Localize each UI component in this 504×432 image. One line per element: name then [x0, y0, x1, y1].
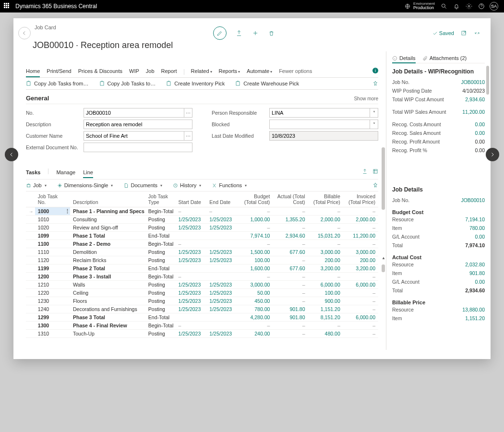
no-input[interactable]	[84, 108, 184, 118]
share-lines-icon[interactable]	[362, 168, 368, 175]
help-icon[interactable]	[475, 0, 488, 12]
kv-row[interactable]: Resource13,880.00	[392, 305, 485, 314]
line-tab[interactable]: Line	[83, 169, 93, 178]
new-icon[interactable]	[252, 29, 259, 37]
environment-badge[interactable]: EnvironmentProduction	[405, 2, 435, 11]
table-row[interactable]: 1099Phase 1 TotalEnd-Total7,974.102,934.…	[26, 232, 378, 240]
table-row[interactable]: 1010ConsultingPosting1/25/20231/25/20231…	[26, 216, 378, 224]
show-more-link[interactable]: Show more	[354, 96, 378, 101]
blocked-dropdown-button[interactable]: ˅	[370, 120, 378, 129]
table-row[interactable]: 1240Decorations and FurnishingsPosting1/…	[26, 305, 378, 313]
billable-price-title: Billable Price	[392, 300, 485, 305]
col-header[interactable]: Actual (Total Cost)	[273, 192, 308, 207]
kv-row[interactable]: Total WIP Cost Amount2,934.60	[392, 95, 485, 104]
back-button[interactable]	[18, 27, 31, 39]
delete-icon[interactable]	[268, 29, 276, 37]
no-lookup-button[interactable]: ⋯	[184, 108, 192, 118]
details-tab[interactable]: Details	[392, 55, 416, 63]
manage-tab[interactable]: Manage	[56, 169, 75, 177]
next-record-button[interactable]	[486, 148, 499, 161]
grid-scrollbar[interactable]: ▲▼	[382, 261, 385, 350]
kv-row[interactable]: Recog. Sales Amount0.00	[392, 129, 485, 137]
col-header[interactable]: Billable (Total Price)	[308, 192, 343, 207]
tool-functions[interactable]: Functions▾	[212, 182, 247, 188]
app-launcher-icon[interactable]	[4, 3, 11, 10]
tab-automate[interactable]: Automate▾	[247, 67, 272, 76]
edit-button[interactable]	[213, 26, 227, 40]
lines-pin-icon[interactable]	[372, 182, 378, 189]
settings-icon[interactable]	[463, 0, 475, 12]
info-badge[interactable]: i	[372, 68, 378, 73]
tab-reports[interactable]: Reports▾	[219, 67, 240, 76]
col-header[interactable]: Job Task Type	[145, 192, 176, 207]
table-row[interactable]: 1100Phase 2 - DemoBegin-Total–––––	[26, 240, 378, 248]
kv-row[interactable]: Item901.80	[392, 269, 485, 277]
factbox-scrollbar[interactable]	[486, 66, 489, 95]
kv-row[interactable]: Item1,151.20	[392, 314, 485, 323]
tab-report[interactable]: Report	[161, 67, 177, 76]
kv-row[interactable]: Total WIP Sales Amount11,200.00	[392, 108, 485, 116]
col-header[interactable]: Job Task No.	[35, 192, 62, 207]
collapse-icon[interactable]	[473, 29, 481, 37]
table-row[interactable]: 1300Phase 4 - Final ReviewBegin-Total–––…	[26, 322, 378, 330]
tab-job[interactable]: Job	[146, 67, 155, 76]
kv-row[interactable]: Recog. Costs Amount0.00	[392, 120, 485, 129]
tasks-grid[interactable]: Job Task No.DescriptionJob Task TypeStar…	[26, 192, 378, 338]
table-row[interactable]: 1299Phase 3 TotalEnd-Total4,280.00901.80…	[26, 313, 378, 322]
table-row[interactable]: 1020Review and Sign-offPosting1/25/20231…	[26, 224, 378, 232]
main-scrollbar[interactable]	[382, 147, 385, 234]
blocked-input[interactable]	[269, 120, 370, 129]
tool-documents[interactable]: Documents▾	[123, 182, 162, 188]
tool-history[interactable]: History▾	[173, 182, 201, 188]
kv-row[interactable]: Resource2,032.80	[392, 260, 485, 269]
tab-print-send[interactable]: Print/Send	[47, 67, 71, 76]
kv-row[interactable]: Job No.JOB00010	[392, 78, 485, 86]
tab-related[interactable]: Related▾	[191, 67, 212, 76]
table-row[interactable]: 1000⋮Phase 1 - Planning and SpecsBegin-T…	[26, 207, 378, 216]
kv-row[interactable]: G/L Account0.00	[392, 232, 485, 241]
attachments-tab[interactable]: Attachments (2)	[422, 55, 467, 61]
person-input[interactable]	[269, 108, 370, 118]
maximize-lines-icon[interactable]	[372, 168, 378, 175]
table-row[interactable]: 1120Reclaim BricksPosting1/25/20231/25/2…	[26, 256, 378, 264]
col-header[interactable]: Start Date	[176, 192, 207, 207]
tab-prices-discounts[interactable]: Prices & Discounts	[78, 67, 122, 76]
action-copy-job-tasks-from[interactable]: Copy Job Tasks from…	[26, 81, 89, 86]
table-row[interactable]: 1310Touch-UpPosting1/25/20231/25/2023240…	[26, 330, 378, 338]
table-row[interactable]: 1220CeilingPosting1/25/20231/25/202350.0…	[26, 289, 378, 297]
description-input[interactable]	[84, 120, 192, 129]
col-header[interactable]: End Date	[206, 192, 238, 207]
kv-row[interactable]: Resource7,194.10	[392, 215, 485, 224]
user-avatar[interactable]: SA	[488, 0, 500, 12]
tool-dimensions-single[interactable]: Dimensions-Single▾	[57, 182, 113, 188]
table-row[interactable]: 1110DemolitionPosting1/25/20231/25/20231…	[26, 248, 378, 256]
table-row[interactable]: 1210WallsPosting1/25/20231/25/20233,000.…	[26, 281, 378, 289]
fewer-options-link[interactable]: Fewer options	[279, 67, 312, 76]
kv-row[interactable]: G/L Account0.00	[392, 277, 485, 286]
table-row[interactable]: 1199Phase 2 TotalEnd-Total1,600.00677.60…	[26, 264, 378, 273]
col-header[interactable]: Budget (Total Cost)	[238, 192, 273, 207]
col-header[interactable]: Description	[70, 192, 145, 207]
tab-wip[interactable]: WIP	[129, 67, 139, 76]
person-dropdown-button[interactable]: ˅	[370, 108, 378, 118]
table-row[interactable]: 1230FloorsPosting1/25/20231/25/2023450.0…	[26, 297, 378, 305]
general-section-header[interactable]: General Show more	[26, 90, 378, 104]
search-icon[interactable]	[438, 0, 450, 12]
kv-row[interactable]: Item780.00	[392, 224, 485, 232]
jobno-link[interactable]: JOB00010	[461, 197, 485, 203]
col-header[interactable]: Invoiced (Total Price)	[343, 192, 378, 207]
open-new-window-icon[interactable]	[460, 29, 468, 37]
action-copy-job-tasks-to[interactable]: Copy Job Tasks to…	[99, 81, 156, 86]
customer-lookup-button[interactable]: ⋯	[184, 131, 192, 141]
action-create-warehouse-pick[interactable]: Create Warehouse Pick	[235, 81, 299, 86]
tool-job[interactable]: Job▾	[26, 182, 47, 188]
prev-record-button[interactable]	[5, 148, 18, 161]
tab-home[interactable]: Home	[26, 67, 40, 77]
pin-icon[interactable]	[372, 81, 378, 87]
table-row[interactable]: 1200Phase 3 - InstallBegin-Total–––––	[26, 273, 378, 281]
action-create-inventory-pick[interactable]: Create Inventory Pick	[166, 81, 225, 86]
share-icon[interactable]	[235, 29, 243, 37]
notifications-icon[interactable]	[450, 0, 463, 12]
customer-input[interactable]	[84, 131, 184, 141]
extdoc-input[interactable]	[84, 143, 192, 152]
